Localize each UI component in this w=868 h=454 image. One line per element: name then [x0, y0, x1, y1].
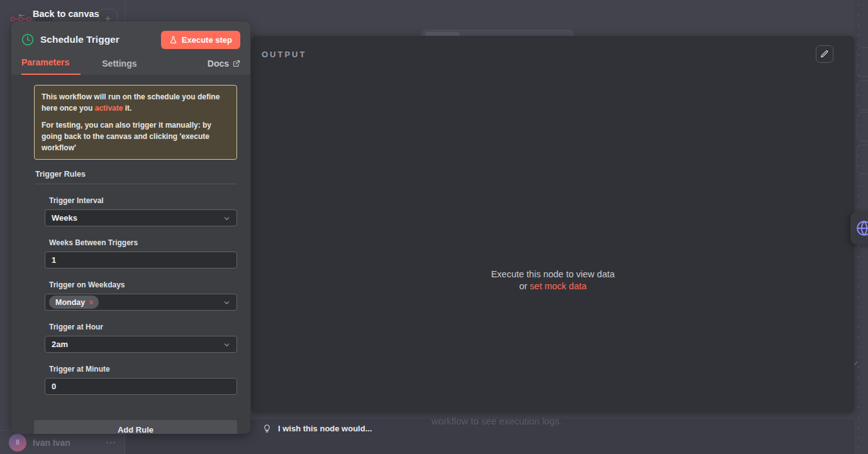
- flask-icon: [169, 36, 177, 44]
- execute-step-button[interactable]: Execute step: [161, 31, 240, 49]
- node-panel-header: Schedule Trigger Execute step Parameters…: [11, 21, 250, 75]
- empty-state-line1: Execute this node to view data: [252, 269, 854, 280]
- trigger-rules-heading: Trigger Rules: [35, 170, 237, 184]
- trigger-hour-value: 2am: [52, 340, 68, 349]
- param-trigger-minute: Trigger at Minute 0: [45, 365, 237, 395]
- output-panel-title: OUTPUT: [262, 50, 306, 59]
- param-label: Trigger at Hour: [45, 323, 237, 331]
- background-node-card: [857, 145, 868, 174]
- schedule-notice: This workflow will run on the schedule y…: [34, 85, 237, 160]
- param-weeks-between: Weeks Between Triggers 1: [45, 238, 237, 269]
- weeks-between-value: 1: [52, 255, 56, 265]
- set-mock-data-link[interactable]: set mock data: [530, 281, 586, 291]
- background-node-card: [857, 112, 868, 141]
- globe-side-tab[interactable]: [850, 212, 868, 245]
- trigger-interval-value: Weeks: [52, 213, 77, 223]
- remove-tag-icon[interactable]: ×: [89, 298, 93, 307]
- weeks-between-input[interactable]: 1: [45, 252, 237, 269]
- param-label: Weeks Between Triggers: [45, 238, 237, 247]
- empty-state-line2: or set mock data: [252, 280, 854, 292]
- notice-line1-suffix: it.: [123, 104, 131, 113]
- trigger-minute-input[interactable]: 0: [45, 378, 237, 395]
- trigger-minute-value: 0: [52, 382, 56, 391]
- clock-icon: [21, 33, 34, 46]
- node-panel-tabs: Parameters Settings Docs: [21, 57, 240, 75]
- edit-output-button[interactable]: [816, 45, 833, 63]
- user-name: Ivan Ivan: [33, 438, 106, 448]
- external-link-icon: [233, 60, 240, 67]
- node-panel-body: This workflow will run on the schedule y…: [11, 75, 250, 434]
- background-node-card: [857, 80, 868, 110]
- tab-parameters[interactable]: Parameters: [21, 57, 81, 75]
- app-window: n8n + II Ivan Ivan ⋯ ← Back to canvas wo…: [0, 0, 868, 454]
- tab-docs[interactable]: Docs: [203, 58, 240, 75]
- trigger-hour-select[interactable]: 2am: [45, 336, 237, 353]
- arrow-left-icon: ←: [17, 8, 26, 19]
- add-rule-button[interactable]: Add Rule: [34, 420, 237, 434]
- param-label: Trigger Interval: [45, 196, 237, 205]
- wish-node-prompt[interactable]: I wish this node would...: [262, 424, 372, 433]
- output-empty-state: Execute this node to view data or set mo…: [252, 269, 854, 292]
- back-to-canvas-button[interactable]: ← Back to canvas: [17, 8, 99, 19]
- wish-node-label: I wish this node would...: [278, 424, 372, 433]
- execute-step-label: Execute step: [182, 35, 232, 45]
- background-logs-text: workflow to see execution logs.: [431, 416, 562, 426]
- pencil-icon: [820, 50, 829, 58]
- globe-icon: [856, 220, 868, 236]
- weekday-tag-label: Monday: [55, 298, 85, 307]
- param-label: Trigger on Weekdays: [45, 280, 237, 289]
- param-trigger-hour: Trigger at Hour 2am: [45, 323, 237, 353]
- notice-line2: For testing, you can also trigger it man…: [42, 119, 230, 153]
- notice-line1: This workflow will run on the schedule y…: [42, 91, 230, 114]
- chevron-down-icon: [223, 214, 231, 223]
- lightbulb-icon: [262, 424, 272, 433]
- param-trigger-interval: Trigger Interval Weeks: [45, 196, 237, 226]
- param-label: Trigger at Minute: [45, 365, 237, 374]
- node-title: Schedule Trigger: [40, 34, 161, 45]
- empty-state-or: or: [519, 281, 530, 291]
- tab-settings[interactable]: Settings: [97, 58, 142, 75]
- trigger-interval-select[interactable]: Weeks: [45, 209, 237, 226]
- background-node-card: [857, 47, 868, 77]
- user-menu-ellipsis[interactable]: ⋯: [106, 436, 116, 448]
- docs-label: Docs: [208, 58, 229, 69]
- weekday-tag: Monday ×: [49, 296, 99, 309]
- avatar: II: [9, 434, 26, 451]
- activate-link[interactable]: activate: [95, 104, 123, 113]
- weekdays-multiselect[interactable]: Monday ×: [45, 294, 237, 311]
- chevron-down-icon: [223, 341, 231, 349]
- param-trigger-weekdays: Trigger on Weekdays Monday ×: [45, 280, 237, 311]
- output-panel: OUTPUT Execute this node to view data or…: [252, 36, 854, 413]
- node-detail-panel: Schedule Trigger Execute step Parameters…: [11, 21, 250, 434]
- chevron-down-icon: [223, 299, 231, 307]
- back-to-canvas-label: Back to canvas: [33, 9, 99, 19]
